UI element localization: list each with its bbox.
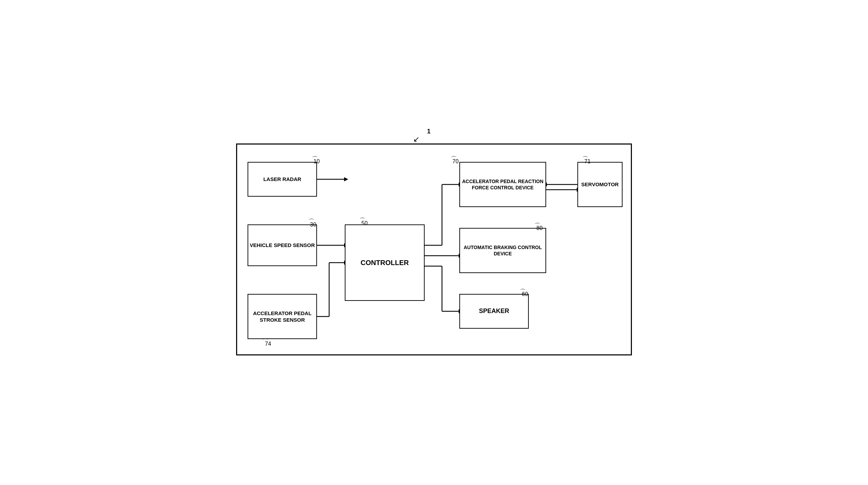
system-ref-arrow: ↙ (413, 135, 419, 144)
controller-label: CONTROLLER (361, 258, 409, 267)
speaker-ref-curve: ⌒ (520, 288, 526, 296)
accel-reaction-force-label: ACCELERATOR PEDAL REACTION FORCE CONTROL… (460, 178, 545, 191)
servomotor-ref-curve: ⌒ (582, 155, 589, 163)
svg-marker-1 (344, 177, 348, 181)
auto-braking-box: AUTOMATIC BRAKING CONTROL DEVICE (459, 228, 546, 273)
accel-pedal-stroke-label: ACCELERATOR PEDAL STROKE SENSOR (248, 310, 316, 323)
auto-braking-label: AUTOMATIC BRAKING CONTROL DEVICE (460, 244, 545, 257)
laser-radar-label: LASER RADAR (263, 176, 301, 183)
servomotor-label: SERVOMOTOR (581, 181, 619, 188)
system-ref-label: 1 (427, 128, 431, 135)
speaker-box: SPEAKER (459, 294, 529, 329)
vehicle-speed-label: VEHICLE SPEED SENSOR (250, 242, 315, 249)
controller-ref-curve: ⌒ (359, 216, 366, 225)
accel-pedal-stroke-sensor-box: ACCELERATOR PEDAL STROKE SENSOR (248, 294, 317, 339)
accel-stroke-ref-curve: ⌒ (262, 337, 268, 346)
auto-braking-ref-curve: ⌒ (534, 222, 541, 230)
vehicle-speed-ref-curve: ⌒ (308, 217, 315, 226)
speaker-label: SPEAKER (479, 307, 509, 315)
accel-reaction-force-box: ACCELERATOR PEDAL REACTION FORCE CONTROL… (459, 162, 546, 207)
laser-radar-box: LASER RADAR (248, 162, 317, 197)
accel-reaction-ref-curve: ⌒ (451, 155, 457, 163)
main-diagram-box: LASER RADAR 10 ⌒ VEHICLE SPEED SENSOR 30… (236, 143, 632, 355)
servomotor-box: SERVOMOTOR (577, 162, 623, 207)
controller-box: CONTROLLER (345, 224, 425, 301)
diagram-page: 1 ↙ (226, 124, 642, 361)
laser-radar-ref-curve: ⌒ (312, 155, 318, 163)
vehicle-speed-sensor-box: VEHICLE SPEED SENSOR (248, 224, 317, 266)
